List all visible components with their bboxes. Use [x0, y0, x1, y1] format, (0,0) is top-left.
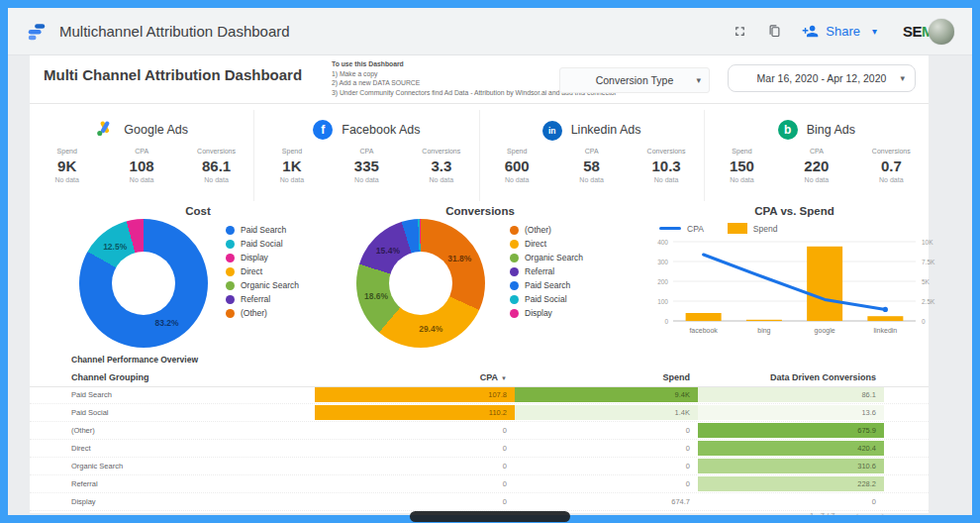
svg-text:5K: 5K — [922, 278, 931, 285]
spend-bar-facebook[interactable] — [686, 313, 722, 321]
platform-name: Google Ads — [124, 123, 188, 137]
fullscreen-icon[interactable] — [733, 24, 747, 39]
table-row[interactable]: Referral00228.2 — [30, 475, 929, 493]
chevron-down-icon: ▾ — [900, 73, 905, 83]
legend-item-display[interactable]: Display — [510, 306, 583, 320]
table-row[interactable]: Paid Social110.21.4K13.6 — [30, 404, 929, 422]
row-channel-label: Organic Search — [71, 462, 123, 471]
table-body: Paid Search107.89.4K86.1Paid Social110.2… — [30, 386, 929, 511]
previous-page-icon[interactable]: ‹ — [855, 509, 859, 515]
cell-spend: 9.4K — [515, 387, 698, 402]
legend-dot — [226, 254, 235, 262]
column-header-channel-grouping[interactable]: Channel Grouping — [71, 372, 149, 382]
metric-comparison: No data — [254, 176, 329, 183]
table-row[interactable]: Paid Search107.89.4K86.1 — [30, 386, 929, 404]
row-channel-label: Paid Search — [71, 390, 112, 399]
svg-text:0: 0 — [922, 318, 926, 325]
channel-performance-table: Channel Performance Overview Channel Gro… — [30, 353, 929, 513]
cpa-vs-spend-chart[interactable]: 010020030040002.5K5K7.5K10Kfacebookbingg… — [634, 238, 955, 345]
legend-item-paid-search[interactable]: Paid Search — [226, 223, 299, 237]
cost-chart-legend: Paid SearchPaid SocialDisplayDirectOrgan… — [226, 223, 299, 320]
legend-item-display[interactable]: Display — [226, 251, 299, 264]
legend-dot — [510, 309, 519, 318]
legend-item-cpa[interactable]: CPA — [659, 224, 704, 234]
table-row[interactable]: (Other)00675.9 — [30, 422, 929, 440]
spend-bar-bing[interactable] — [746, 320, 782, 321]
bottom-scrollbar[interactable] — [410, 511, 570, 522]
legend-dot — [226, 267, 235, 276]
page-count: 1 - 7 / 7 — [810, 511, 834, 515]
metric-label: Spend — [254, 148, 329, 155]
cost-donut-chart[interactable]: 83.2%12.5% — [79, 219, 208, 348]
metric-comparison: No data — [330, 176, 404, 183]
legend-item-direct[interactable]: Direct — [510, 237, 583, 251]
svg-text:10K: 10K — [922, 239, 933, 246]
row-channel-label: Paid Social — [71, 408, 109, 417]
legend-item-referral[interactable]: Referral — [226, 292, 299, 306]
svg-text:400: 400 — [657, 239, 668, 246]
platform-card-google-ads[interactable]: Google AdsSpend9KNo dataCPA108No dataCon… — [30, 110, 253, 201]
legend-label: Direct — [241, 266, 262, 276]
cell-spend: 674.7 — [515, 494, 698, 509]
legend-item-other[interactable]: (Other) — [510, 223, 583, 237]
cpa-vs-spend-title: CPA vs. Spend — [634, 202, 955, 217]
cell-cpa: 0 — [315, 476, 515, 491]
metric-comparison: No data — [554, 176, 629, 183]
legend-label: Direct — [525, 239, 546, 249]
legend-item-other[interactable]: (Other) — [226, 306, 299, 320]
legend-item-paid-search[interactable]: Paid Search — [510, 278, 583, 292]
svg-text:300: 300 — [657, 259, 668, 265]
metric-label: Conversions — [629, 148, 703, 155]
platform-name: Linkedin Ads — [571, 123, 641, 137]
cpa-vs-spend-block: CPA vs. Spend CPA Spend 010020030040002.… — [634, 202, 955, 353]
report-header: Multi Channel Attribution Dashboard To u… — [30, 55, 929, 104]
legend-dot — [510, 295, 519, 304]
legend-label: Paid Social — [525, 294, 567, 304]
metric-label: Conversions — [179, 148, 253, 155]
bing-icon: b — [778, 120, 798, 140]
metric-value: 335 — [330, 157, 404, 174]
instruction-line: 2) Add a new DATA SOURCE — [332, 78, 569, 88]
donut-hole — [112, 252, 175, 315]
legend-item-spend[interactable]: Spend — [728, 223, 778, 234]
legend-item-direct[interactable]: Direct — [226, 264, 299, 278]
spend-bar-linkedin[interactable] — [867, 316, 903, 321]
platform-card-linkedin-ads[interactable]: inLinkedin AdsSpend600No dataCPA58No dat… — [479, 110, 704, 201]
spend-bar-google[interactable] — [807, 247, 842, 321]
metric-cpa: CPA58No data — [554, 148, 629, 183]
report-canvas: Multi Channel Attribution Dashboard To u… — [30, 55, 929, 513]
cell-ddc: 228.2 — [698, 476, 884, 491]
metric-value: 10.3 — [629, 157, 703, 174]
conversion-type-filter[interactable]: Conversion Type ▾ — [559, 67, 710, 93]
share-dropdown-caret[interactable]: ▾ — [872, 26, 877, 37]
google-ads-icon — [95, 119, 115, 142]
column-header-spend[interactable]: Spend — [662, 372, 690, 382]
platform-card-bing-ads[interactable]: bBing AdsSpend150No dataCPA220No dataCon… — [704, 110, 929, 201]
metric-value: 3.3 — [404, 157, 478, 174]
cell-cpa: 0 — [315, 459, 515, 473]
copy-pages-icon[interactable] — [767, 24, 782, 39]
column-header-data-driven-conversions[interactable]: Data Driven Conversions — [770, 372, 876, 382]
metric-spend: Spend1KNo data — [254, 148, 329, 183]
table-row[interactable]: Organic Search00310.6 — [30, 458, 929, 475]
metric-value: 0.7 — [854, 157, 929, 174]
platform-card-facebook-ads[interactable]: fFacebook AdsSpend1KNo dataCPA335No data… — [253, 110, 478, 201]
cost-chart-title: Cost — [59, 202, 337, 217]
metric-value: 600 — [480, 157, 554, 174]
cell-spend: 0 — [515, 423, 698, 438]
conversions-donut-chart[interactable]: 31.8%29.4%18.6%15.4% — [356, 219, 485, 348]
share-button[interactable]: Share — [802, 23, 860, 40]
date-range-picker[interactable]: Mar 16, 2020 - Apr 12, 2020 ▾ — [728, 64, 916, 92]
avatar[interactable] — [929, 19, 954, 45]
legend-label: Referral — [241, 294, 270, 304]
legend-dot — [226, 295, 235, 304]
column-header-cpa[interactable]: CPA▼ — [480, 372, 507, 382]
legend-item-referral[interactable]: Referral — [510, 264, 583, 278]
next-page-icon[interactable]: › — [881, 509, 885, 515]
legend-item-paid-social[interactable]: Paid Social — [226, 237, 299, 251]
table-row[interactable]: Direct00420.4 — [30, 440, 929, 458]
legend-item-paid-social[interactable]: Paid Social — [510, 292, 583, 306]
legend-item-organic-search[interactable]: Organic Search — [226, 278, 299, 292]
legend-item-organic-search[interactable]: Organic Search — [510, 251, 583, 264]
metric-comparison: No data — [480, 176, 554, 183]
